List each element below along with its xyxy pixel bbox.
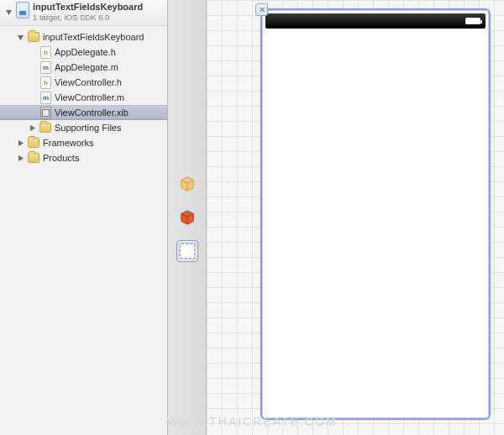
tree-group[interactable]: Frameworks	[0, 135, 167, 150]
xcode-project-icon	[16, 2, 29, 18]
impl-file-icon: m	[40, 61, 51, 74]
folder-icon	[28, 32, 39, 42]
tree-group[interactable]: Supporting Files	[0, 120, 167, 135]
tree-file[interactable]: m ViewController.m	[0, 90, 167, 105]
ib-dock	[168, 0, 207, 435]
impl-file-icon: m	[40, 92, 51, 104]
close-handle-icon[interactable]: ✕	[255, 3, 268, 16]
status-bar	[265, 13, 486, 29]
project-header[interactable]: inputTextFieldsKeyboard 1 target, iOS SD…	[0, 0, 167, 26]
tree-file-label: AppDelegate.h	[55, 47, 116, 57]
project-name: inputTextFieldsKeyboard	[33, 2, 143, 13]
tree-group[interactable]: Products	[0, 150, 167, 165]
header-file-icon: h	[40, 76, 51, 89]
header-file-icon: h	[40, 46, 51, 59]
folder-icon	[28, 153, 39, 163]
tree-group-label: Supporting Files	[55, 123, 122, 133]
tree-group-root[interactable]: inputTextFieldsKeyboard	[0, 29, 167, 45]
cube-icon	[180, 210, 195, 225]
project-navigator: inputTextFieldsKeyboard 1 target, iOS SD…	[0, 0, 168, 435]
tree-group-label: Products	[43, 153, 79, 163]
tree-file[interactable]: h AppDelegate.h	[0, 45, 167, 60]
tree-file-label: ViewController.h	[55, 77, 122, 87]
tree-file-label: ViewController.m	[55, 92, 124, 102]
project-subtitle: 1 target, iOS SDK 6.0	[33, 13, 143, 22]
cube-icon	[180, 176, 195, 191]
tree-file-label: ViewController.xib	[55, 107, 129, 118]
tree-file[interactable]: m AppDelegate.m	[0, 60, 167, 75]
chevron-down-icon[interactable]	[17, 34, 24, 41]
chevron-right-icon[interactable]	[17, 139, 24, 147]
battery-icon	[465, 18, 480, 24]
chevron-right-icon[interactable]	[17, 155, 24, 162]
tree-group-label: inputTextFieldsKeyboard	[43, 32, 144, 42]
file-tree: inputTextFieldsKeyboard h AppDelegate.h …	[0, 26, 167, 169]
tree-file-selected[interactable]: ViewController.xib	[0, 105, 167, 120]
tree-file[interactable]: h ViewController.h	[0, 75, 167, 90]
chevron-right-icon[interactable]	[29, 124, 36, 132]
project-header-text: inputTextFieldsKeyboard 1 target, iOS SD…	[33, 2, 143, 22]
dock-item-first-responder[interactable]	[176, 207, 198, 228]
dock-item-view[interactable]	[176, 240, 198, 262]
device-view-frame[interactable]: ✕	[260, 8, 491, 420]
tree-file-label: AppDelegate.m	[55, 62, 118, 72]
disclosure-icon[interactable]	[5, 4, 13, 12]
folder-icon	[28, 138, 39, 148]
folder-icon	[39, 123, 51, 133]
ib-canvas[interactable]: ✕	[207, 0, 504, 435]
dock-item-files-owner[interactable]	[176, 173, 198, 195]
xib-file-icon	[40, 107, 51, 119]
tree-group-label: Frameworks	[43, 138, 94, 148]
view-icon	[180, 244, 195, 259]
